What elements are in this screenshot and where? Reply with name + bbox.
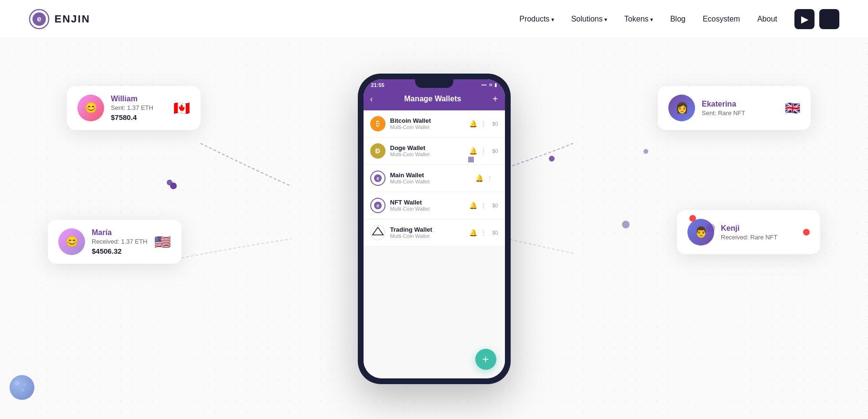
william-amount: $7580.4 <box>111 113 167 121</box>
main-wallet-name: Main Wallet <box>390 172 471 179</box>
kenji-action: Received: Rare NFT <box>721 234 796 241</box>
nft-amount: $0 <box>492 203 498 208</box>
bitcoin-wallet-name: Bitcoin Wallet <box>390 117 465 124</box>
maria-amount: $4506.32 <box>92 247 148 255</box>
fab-add-button[interactable]: + <box>475 349 496 370</box>
maria-action: Received: 1.37 ETH <box>92 238 148 245</box>
doge-amount: $0 <box>492 148 498 154</box>
google-play-icon: ▶ <box>801 13 808 25</box>
more-icon-doge[interactable]: ⋮ <box>480 147 487 155</box>
nft-wallet-icon: e <box>370 198 386 213</box>
william-avatar: 😊 <box>77 95 104 121</box>
back-button[interactable]: ‹ <box>370 94 373 104</box>
moon-decoration <box>10 375 34 400</box>
nav-about[interactable]: About <box>757 15 777 23</box>
bell-icon-doge[interactable]: 🔔 <box>469 147 477 155</box>
trading-amount: $0 <box>492 230 498 236</box>
bell-icon-main[interactable]: 🔔 <box>475 174 483 182</box>
ekaterina-info: Ekaterina Sent: Rare NFT <box>702 100 778 117</box>
purple-dot-3 <box>707 224 715 232</box>
maria-name: María <box>92 228 148 237</box>
phone-header: ‹ Manage Wallets + <box>364 90 505 110</box>
bell-icon[interactable]: 🔔 <box>469 120 477 128</box>
enj-inner-icon-nft: e <box>371 199 385 212</box>
nft-wallet-name: NFT Wallet <box>390 199 465 206</box>
doge-icon: Ð <box>370 143 386 159</box>
nav-solutions[interactable]: Solutions <box>571 15 607 23</box>
store-buttons: ▶ <box>794 9 839 29</box>
doge-wallet-actions: 🔔 ⋮ $0 <box>469 147 498 155</box>
google-play-button[interactable]: ▶ <box>794 9 814 29</box>
ekaterina-action: Sent: Rare NFT <box>702 109 778 117</box>
doge-wallet-info: Doge Wallet Multi-Coin Wallet <box>390 144 465 157</box>
more-icon-nft[interactable]: ⋮ <box>480 202 487 209</box>
trading-wallet-icon <box>370 225 386 240</box>
william-flag: 🇨🇦 <box>173 100 190 116</box>
status-icons: ▪▪▪ ≋ ▮ <box>482 82 497 87</box>
svg-text:e: e <box>37 15 42 23</box>
bell-icon-nft[interactable]: 🔔 <box>469 202 477 209</box>
signal-icon: ▪▪▪ <box>482 82 487 87</box>
trading-wallet-actions: 🔔 ⋮ $0 <box>469 229 498 236</box>
bitcoin-wallet-info: Bitcoin Wallet Multi-Coin Wallet <box>390 117 465 130</box>
kenji-card: 👨 Kenji Received: Rare NFT <box>677 210 820 254</box>
wallet-item-bitcoin[interactable]: ₿ Bitcoin Wallet Multi-Coin Wallet 🔔 ⋮ $… <box>364 110 505 138</box>
maria-flag: 🇺🇸 <box>154 234 171 250</box>
wallet-item-nft[interactable]: e NFT Wallet Multi-Coin Wallet 🔔 ⋮ $0 <box>364 192 505 219</box>
nft-wallet-type: Multi-Coin Wallet <box>390 206 465 212</box>
enj-inner-icon: e <box>371 172 385 185</box>
red-dot <box>689 215 696 222</box>
svg-marker-10 <box>372 227 383 235</box>
main-wallet-actions: 🔔 ⋮ <box>475 174 498 182</box>
william-info: William Sent: 1.37 ETH $7580.4 <box>111 95 167 121</box>
maria-info: María Received: 1.37 ETH $4506.32 <box>92 228 148 255</box>
status-time: 21:55 <box>371 82 385 88</box>
wifi-icon: ≋ <box>489 82 493 87</box>
phone-container: 21:55 ▪▪▪ ≋ ▮ ‹ Manage Wallets + <box>358 74 511 384</box>
purple-dot-2 <box>643 149 648 154</box>
main-wallet-info: Main Wallet Multi-Coin Wallet <box>390 172 471 184</box>
main-wallet-icon: e <box>370 171 386 186</box>
more-icon-trading[interactable]: ⋮ <box>480 229 487 236</box>
manage-wallets-title: Manage Wallets <box>378 95 488 103</box>
doge-wallet-type: Multi-Coin Wallet <box>390 151 465 157</box>
svg-text:e: e <box>376 176 379 181</box>
purple-dot-1 <box>170 183 177 189</box>
nav-tokens[interactable]: Tokens <box>624 15 653 23</box>
nav-ecosystem[interactable]: Ecosystem <box>703 15 740 23</box>
ekaterina-card: 👩 Ekaterina Sent: Rare NFT 🇬🇧 <box>658 86 811 130</box>
battery-icon: ▮ <box>494 82 497 87</box>
wallet-item-doge[interactable]: Ð Doge Wallet Multi-Coin Wallet 🔔 ⋮ $0 <box>364 138 505 165</box>
trading-wallet-name: Trading Wallet <box>390 226 465 233</box>
nav-products[interactable]: Products <box>519 15 554 23</box>
ekaterina-name: Ekaterina <box>702 100 778 108</box>
enjin-logo-icon: e <box>29 9 50 30</box>
more-icon[interactable]: ⋮ <box>480 120 487 128</box>
phone-screen: 21:55 ▪▪▪ ≋ ▮ ‹ Manage Wallets + <box>364 79 505 378</box>
logo[interactable]: e ENJIN <box>29 9 90 30</box>
wallet-item-main[interactable]: e Main Wallet Multi-Coin Wallet 🔔 ⋮ <box>364 165 505 192</box>
nav-links: Products Solutions Tokens Blog Ecosystem… <box>519 15 777 23</box>
bitcoin-icon: ₿ <box>370 116 386 131</box>
wallet-list: ₿ Bitcoin Wallet Multi-Coin Wallet 🔔 ⋮ $… <box>364 110 505 378</box>
add-wallet-button[interactable]: + <box>493 94 498 105</box>
nav-blog[interactable]: Blog <box>670 15 686 23</box>
nft-wallet-info: NFT Wallet Multi-Coin Wallet <box>390 199 465 212</box>
william-name: William <box>111 95 167 103</box>
ekaterina-avatar: 👩 <box>668 95 695 121</box>
phone-notch <box>415 79 453 88</box>
more-icon-main[interactable]: ⋮ <box>486 174 493 182</box>
bell-icon-trading[interactable]: 🔔 <box>469 229 477 236</box>
kenji-status-dot <box>803 229 810 236</box>
accent-dot-1 <box>468 157 474 162</box>
svg-text:e: e <box>376 203 379 208</box>
trading-wallet-type: Multi-Coin Wallet <box>390 233 465 239</box>
william-action: Sent: 1.37 ETH <box>111 104 167 111</box>
bitcoin-wallet-actions: 🔔 ⋮ $0 <box>469 120 498 128</box>
nft-wallet-actions: 🔔 ⋮ $0 <box>469 202 498 209</box>
app-store-button[interactable] <box>819 9 839 29</box>
bitcoin-wallet-type: Multi-Coin Wallet <box>390 124 465 130</box>
wallet-item-trading[interactable]: Trading Wallet Multi-Coin Wallet 🔔 ⋮ $0 <box>364 219 505 247</box>
main-wallet-type: Multi-Coin Wallet <box>390 179 471 184</box>
ekaterina-flag: 🇬🇧 <box>785 101 800 116</box>
